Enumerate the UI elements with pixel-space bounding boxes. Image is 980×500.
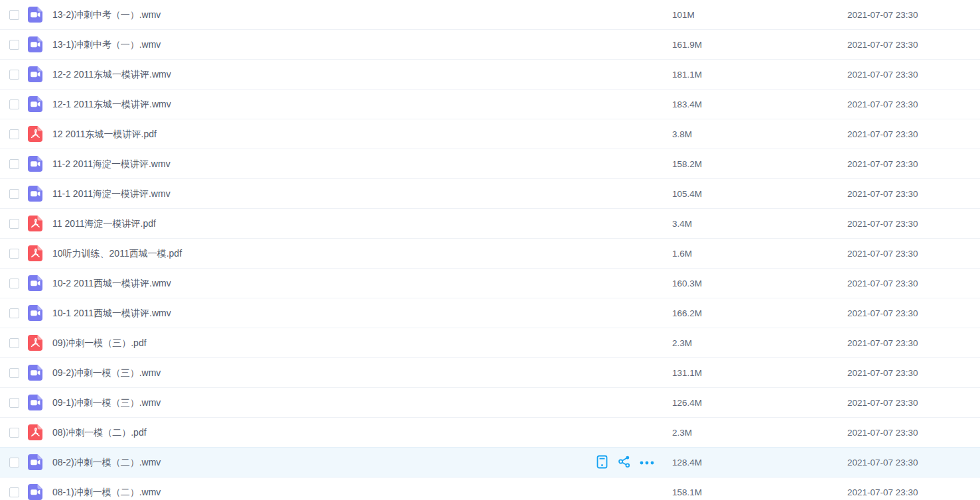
file-size: 131.1M xyxy=(672,358,702,388)
file-name[interactable]: 09)冲刺一模（三）.pdf xyxy=(52,328,147,358)
file-size: 160.3M xyxy=(672,269,702,298)
file-size: 3.4M xyxy=(672,209,692,239)
video-file-icon xyxy=(28,96,42,112)
file-name[interactable]: 12-2 2011东城一模讲评.wmv xyxy=(52,60,171,90)
file-row[interactable]: 09)冲刺一模（三）.pdf xyxy=(0,328,980,358)
file-row[interactable]: 10-2 2011西城一模讲评.wmv xyxy=(0,269,980,298)
row-checkbox[interactable] xyxy=(9,70,19,80)
row-checkbox[interactable] xyxy=(9,279,19,288)
file-row[interactable]: 11-1 2011海淀一模讲评.wmv xyxy=(0,179,980,209)
video-file-icon xyxy=(28,454,42,470)
file-row[interactable]: 08-2)冲刺一模（二）.wmv xyxy=(0,447,980,477)
row-checkbox[interactable] xyxy=(9,368,19,378)
row-checkbox[interactable] xyxy=(9,249,19,259)
pdf-file-icon xyxy=(28,216,42,231)
row-checkbox[interactable] xyxy=(9,219,19,229)
more-icon xyxy=(639,458,655,468)
file-name[interactable]: 10-1 2011西城一模讲评.wmv xyxy=(52,298,171,328)
file-date: 2021-07-07 23:30 xyxy=(847,179,918,209)
file-date: 2021-07-07 23:30 xyxy=(847,90,918,119)
file-date: 2021-07-07 23:30 xyxy=(847,388,918,418)
row-checkbox[interactable] xyxy=(9,159,19,169)
file-date: 2021-07-07 23:30 xyxy=(847,358,918,388)
file-date: 2021-07-07 23:30 xyxy=(847,418,918,448)
file-row[interactable]: 10听力训练、2011西城一模.pdf xyxy=(0,239,980,269)
file-name[interactable]: 09-2)冲刺一模（三）.wmv xyxy=(52,358,161,388)
file-date: 2021-07-07 23:30 xyxy=(847,269,918,298)
file-row[interactable]: 11-2 2011海淀一模讲评.wmv xyxy=(0,149,980,179)
file-size: 126.4M xyxy=(672,388,702,418)
pdf-file-icon xyxy=(28,245,42,261)
file-date: 2021-07-07 23:30 xyxy=(847,448,918,477)
file-date: 2021-07-07 23:30 xyxy=(847,477,918,500)
row-checkbox[interactable] xyxy=(9,189,19,199)
save-to-device-icon xyxy=(596,455,608,471)
row-checkbox[interactable] xyxy=(9,338,19,348)
pdf-file-icon xyxy=(28,424,42,440)
file-row[interactable]: 13-1)冲刺中考（一）.wmv xyxy=(0,30,980,60)
file-name[interactable]: 08)冲刺一模（二）.pdf xyxy=(52,418,147,448)
file-list: 13-2)冲刺中考（一）.wmv xyxy=(0,0,980,500)
file-size: 2.3M xyxy=(672,418,692,448)
row-checkbox[interactable] xyxy=(9,398,19,408)
file-date: 2021-07-07 23:30 xyxy=(847,30,918,60)
file-row[interactable]: 08-1)冲刺一模（二）.wmv xyxy=(0,477,980,500)
save-to-device-button[interactable] xyxy=(595,456,609,470)
file-name[interactable]: 10-2 2011西城一模讲评.wmv xyxy=(52,269,171,298)
file-name[interactable]: 12-1 2011东城一模讲评.wmv xyxy=(52,90,171,119)
file-size: 105.4M xyxy=(672,179,702,209)
file-name[interactable]: 09-1)冲刺一模（三）.wmv xyxy=(52,388,161,418)
file-row[interactable]: 13-2)冲刺中考（一）.wmv xyxy=(0,0,980,30)
file-size: 183.4M xyxy=(672,90,702,119)
file-size: 161.9M xyxy=(672,30,702,60)
file-name[interactable]: 11 2011海淀一模讲评.pdf xyxy=(52,209,156,239)
file-size: 101M xyxy=(672,0,695,30)
file-name[interactable]: 13-1)冲刺中考（一）.wmv xyxy=(52,30,161,60)
file-row[interactable]: 12-1 2011东城一模讲评.wmv xyxy=(0,90,980,119)
video-file-icon xyxy=(28,7,42,23)
file-name[interactable]: 11-2 2011海淀一模讲评.wmv xyxy=(52,149,171,179)
video-file-icon xyxy=(28,156,42,172)
file-row[interactable]: 11 2011海淀一模讲评.pdf xyxy=(0,209,980,239)
file-name[interactable]: 13-2)冲刺中考（一）.wmv xyxy=(52,0,161,30)
file-row[interactable]: 12-2 2011东城一模讲评.wmv xyxy=(0,60,980,90)
file-name[interactable]: 12 2011东城一模讲评.pdf xyxy=(52,119,157,149)
more-button[interactable] xyxy=(640,456,654,470)
file-name[interactable]: 10听力训练、2011西城一模.pdf xyxy=(52,239,182,269)
file-name[interactable]: 08-1)冲刺一模（二）.wmv xyxy=(52,477,161,500)
row-checkbox[interactable] xyxy=(9,129,19,139)
file-size: 166.2M xyxy=(672,298,702,328)
file-name[interactable]: 08-2)冲刺一模（二）.wmv xyxy=(52,448,161,477)
file-date: 2021-07-07 23:30 xyxy=(847,328,918,358)
file-size: 158.2M xyxy=(672,149,702,179)
video-file-icon xyxy=(28,484,42,500)
file-date: 2021-07-07 23:30 xyxy=(847,209,918,239)
row-checkbox[interactable] xyxy=(9,40,19,50)
file-size: 181.1M xyxy=(672,60,702,90)
file-size: 2.3M xyxy=(672,328,692,358)
row-checkbox[interactable] xyxy=(9,99,19,109)
file-size: 1.6M xyxy=(672,239,692,269)
row-checkbox[interactable] xyxy=(9,308,19,318)
file-row[interactable]: 09-2)冲刺一模（三）.wmv xyxy=(0,358,980,388)
file-row[interactable]: 09-1)冲刺一模（三）.wmv xyxy=(0,388,980,418)
video-file-icon xyxy=(28,365,42,381)
file-date: 2021-07-07 23:30 xyxy=(847,298,918,328)
video-file-icon xyxy=(28,66,42,82)
video-file-icon xyxy=(28,186,42,202)
pdf-file-icon xyxy=(28,335,42,351)
file-name[interactable]: 11-1 2011海淀一模讲评.wmv xyxy=(52,179,171,209)
file-row[interactable]: 12 2011东城一模讲评.pdf xyxy=(0,119,980,149)
row-checkbox[interactable] xyxy=(9,487,19,497)
file-date: 2021-07-07 23:30 xyxy=(847,0,918,30)
row-checkbox[interactable] xyxy=(9,458,19,468)
share-button[interactable] xyxy=(617,456,632,470)
file-row[interactable]: 08)冲刺一模（二）.pdf xyxy=(0,418,980,448)
row-checkbox[interactable] xyxy=(9,428,19,438)
file-row[interactable]: 10-1 2011西城一模讲评.wmv xyxy=(0,298,980,328)
row-checkbox[interactable] xyxy=(9,10,19,20)
file-size: 158.1M xyxy=(672,477,702,500)
video-file-icon xyxy=(28,395,42,410)
file-date: 2021-07-07 23:30 xyxy=(847,149,918,179)
pdf-file-icon xyxy=(28,126,42,142)
